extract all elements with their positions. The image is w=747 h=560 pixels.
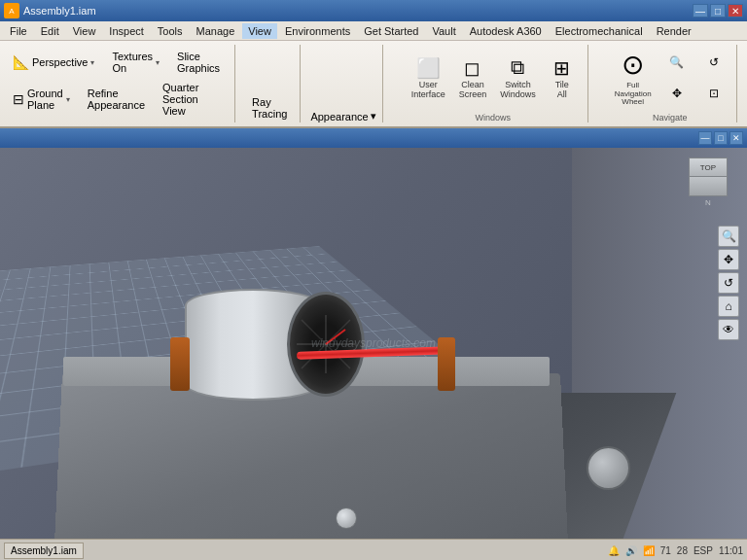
- ground-plane-label: Ground Plane: [27, 88, 63, 111]
- doc-maximize-button[interactable]: □: [714, 131, 728, 145]
- clean-screen-button[interactable]: ◻ CleanScreen: [454, 53, 491, 103]
- switch-windows-button[interactable]: ⧉ SwitchWindows: [495, 53, 540, 103]
- nav-home-btn[interactable]: ⌂: [718, 296, 739, 317]
- clean-screen-label: CleanScreen: [459, 81, 487, 100]
- pan-icon: ✥: [665, 82, 689, 105]
- cylinder-face: [287, 292, 365, 397]
- zoom-all-icon: ⊡: [702, 82, 726, 105]
- doc-controls[interactable]: — □ ✕: [698, 131, 743, 145]
- appearance-dropdown[interactable]: Appearance ▾: [310, 110, 375, 122]
- menu-environments[interactable]: Environments: [279, 23, 356, 39]
- zoom-all-button[interactable]: ⊡: [697, 79, 730, 108]
- connector-left: [170, 337, 190, 391]
- taskbar-stat-28: 28: [677, 545, 688, 556]
- main-area: — □ ✕: [0, 128, 747, 539]
- menu-electromechanical[interactable]: Electromechanical: [550, 23, 649, 39]
- nav-orbit-btn[interactable]: ↺: [718, 272, 739, 294]
- textures-label: Textures On: [112, 51, 153, 74]
- knob: [587, 446, 630, 490]
- rotate-icon: ↺: [702, 51, 726, 74]
- windows-group-label: Windows: [475, 111, 511, 122]
- menu-tools[interactable]: Tools: [152, 23, 189, 39]
- nav-tools-panel: 🔍 ✥ ↺ ⌂ 👁: [718, 226, 739, 340]
- menu-render[interactable]: Render: [651, 23, 697, 39]
- close-button[interactable]: ✕: [728, 4, 743, 18]
- taskbar-volume: 🔊: [625, 545, 637, 556]
- slice-label: Slice Graphics: [177, 51, 220, 74]
- taskbar-btn-1[interactable]: Assembly1.iam: [4, 542, 84, 559]
- maximize-button[interactable]: □: [710, 4, 726, 18]
- menu-vault[interactable]: Vault: [426, 23, 461, 39]
- zoom-in-icon: 🔍: [665, 51, 689, 74]
- title-left: A Assembly1.iam: [4, 3, 96, 18]
- switch-windows-label: SwitchWindows: [500, 81, 536, 100]
- switch-windows-icon: ⧉: [506, 56, 529, 80]
- bolt-1: [336, 508, 357, 529]
- ground-plane-icon: ⊟: [13, 91, 24, 107]
- taskbar-time: 11:01: [719, 545, 743, 556]
- taskbar-help: 🔔: [608, 545, 620, 556]
- doc-minimize-button[interactable]: —: [698, 131, 712, 145]
- taskbar: Assembly1.iam 🔔 🔊 📶 71 28 ESP 11:01: [0, 539, 747, 560]
- 3d-viewport[interactable]: windydaysproducts.com TOP N 🔍 ✥ ↺ ⌂ 👁: [0, 148, 747, 539]
- viewcube-front[interactable]: [689, 177, 728, 196]
- nav-pan-btn[interactable]: ✥: [718, 249, 739, 270]
- nav-zoom-btn[interactable]: 🔍: [718, 226, 739, 247]
- tile-all-button[interactable]: ⊞ Tile All: [545, 53, 580, 103]
- taskbar-left: Assembly1.iam: [4, 542, 84, 559]
- textures-on-btn[interactable]: Textures On ▾: [105, 48, 166, 77]
- taskbar-network: 📶: [643, 545, 655, 556]
- slice-graphics-btn[interactable]: Slice Graphics: [170, 48, 227, 77]
- menu-inspect[interactable]: Inspect: [103, 23, 149, 39]
- nav-wheel-label: Full NavigationWheel: [615, 82, 652, 107]
- zoom-in-button[interactable]: 🔍: [660, 48, 694, 77]
- tile-all-label: Tile All: [550, 81, 575, 100]
- nav-look-btn[interactable]: 👁: [718, 319, 739, 340]
- taskbar-right: 🔔 🔊 📶 71 28 ESP 11:01: [608, 545, 743, 556]
- user-interface-button[interactable]: ⬜ UserInterface: [407, 53, 450, 103]
- appearance-arrow: ▾: [371, 110, 376, 122]
- ribbon-content: 📐 Perspective ▾ Textures On ▾ Slice Grap…: [0, 41, 747, 126]
- ray-tracing-label: Ray Tracing: [252, 96, 287, 120]
- viewcube[interactable]: TOP N: [679, 158, 737, 216]
- rotate-button[interactable]: ↺: [697, 48, 730, 77]
- perspective-dropdown[interactable]: 📐 Perspective ▾: [6, 52, 101, 73]
- quarter-label: Quarter Section View: [162, 82, 220, 117]
- ray-tracing-btn[interactable]: Ray Tracing: [245, 93, 294, 122]
- taskbar-stat-71: 71: [660, 545, 671, 556]
- user-interface-label: UserInterface: [411, 81, 445, 100]
- doc-titlebar: — □ ✕: [0, 128, 747, 148]
- title-controls[interactable]: — □ ✕: [693, 4, 743, 18]
- doc-close-button[interactable]: ✕: [729, 131, 743, 145]
- appearance-label: Appearance: [310, 111, 368, 122]
- viewcube-top[interactable]: TOP: [689, 158, 728, 177]
- viewcube-compass: N: [679, 198, 737, 207]
- menu-view-active[interactable]: View: [242, 23, 277, 39]
- perspective-arrow: ▾: [90, 58, 94, 67]
- refine-appearance-btn[interactable]: Refine Appearance: [81, 85, 152, 114]
- menu-get-started[interactable]: Get Started: [358, 23, 424, 39]
- nav-wheel-icon: ⊙: [622, 49, 644, 81]
- pan-button[interactable]: ✥: [660, 79, 694, 108]
- quarter-section-btn[interactable]: Quarter Section View: [156, 79, 227, 120]
- full-nav-wheel-button[interactable]: ⊙ Full NavigationWheel: [610, 46, 657, 110]
- menu-file[interactable]: File: [4, 23, 33, 39]
- platform-base: [54, 373, 568, 539]
- app-icon: A: [4, 3, 19, 18]
- title-bar: A Assembly1.iam — □ ✕: [0, 0, 747, 21]
- ground-plane-dropdown[interactable]: ⊟ Ground Plane ▾: [6, 85, 77, 114]
- perspective-icon: 📐: [13, 54, 29, 70]
- clean-screen-icon: ◻: [461, 56, 484, 80]
- menu-a360[interactable]: Autodesk A360: [464, 23, 548, 39]
- menu-edit[interactable]: Edit: [35, 23, 65, 39]
- minimize-button[interactable]: —: [693, 4, 708, 18]
- user-interface-icon: ⬜: [416, 56, 440, 80]
- refine-label: Refine Appearance: [88, 88, 145, 111]
- textures-arrow: ▾: [156, 58, 160, 67]
- compass-n: N: [705, 198, 711, 207]
- menu-bar: File Edit View Inspect Tools Manage View…: [0, 21, 747, 41]
- menu-manage[interactable]: Manage: [191, 23, 241, 39]
- svg-line-4: [326, 330, 345, 344]
- menu-view[interactable]: View: [67, 23, 102, 39]
- crosshair-svg: [292, 310, 360, 378]
